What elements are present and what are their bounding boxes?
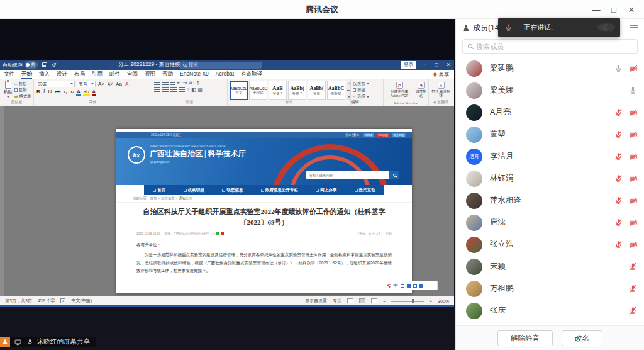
youdao-translate-button[interactable]: A文打开 有道翻译 bbox=[431, 81, 451, 100]
ime-mode-chinese[interactable]: 中 bbox=[393, 282, 398, 289]
align-right-icon[interactable] bbox=[170, 88, 177, 93]
create-pdf-button[interactable]: P创建并共享 Adobe PDF bbox=[386, 81, 413, 100]
paste-button[interactable]: 粘贴 bbox=[2, 81, 14, 100]
print-link[interactable]: 打印 bbox=[386, 232, 392, 235]
mic-muted-icon[interactable] bbox=[628, 306, 638, 315]
copy-button[interactable]: 复制 bbox=[14, 88, 32, 93]
print-layout-icon[interactable] bbox=[359, 298, 365, 303]
font-color-button[interactable]: A bbox=[92, 89, 96, 94]
word-tab-10[interactable]: 帮助 bbox=[162, 71, 173, 78]
ime-keyboard-icon[interactable] bbox=[413, 284, 417, 288]
wechat-icon[interactable] bbox=[216, 232, 219, 235]
rename-button[interactable]: 改名 bbox=[562, 330, 602, 346]
highlight-button[interactable]: ab bbox=[83, 89, 90, 94]
site-search-input[interactable] bbox=[306, 173, 389, 177]
focus-button[interactable]: 专注 bbox=[333, 298, 341, 304]
member-row[interactable]: 唐沈 bbox=[456, 212, 644, 234]
share-arrow-icon[interactable]: < bbox=[213, 232, 216, 235]
display-settings-button[interactable]: 显示器设置 bbox=[305, 298, 327, 304]
member-search-input[interactable] bbox=[476, 43, 632, 50]
cut-button[interactable]: ✂剪切 bbox=[14, 81, 32, 87]
page-indicator[interactable]: 第3页，共3页 bbox=[5, 298, 32, 304]
nav-item-政民互动[interactable]: 政民互动 bbox=[355, 188, 375, 193]
weibo-icon[interactable] bbox=[221, 232, 224, 235]
ime-toolbox-icon[interactable] bbox=[419, 284, 423, 288]
maximize-icon[interactable]: □ bbox=[605, 5, 623, 14]
request-signature-button[interactable]: ✎请求签名 bbox=[416, 81, 426, 100]
login-button[interactable]: 登录 bbox=[401, 61, 416, 69]
font-name-select[interactable]: 宋体 bbox=[36, 81, 75, 88]
mic-muted-icon[interactable] bbox=[614, 152, 623, 161]
underline-button[interactable]: U bbox=[47, 89, 52, 95]
word-close-icon[interactable]: ✕ bbox=[445, 62, 452, 68]
mic-muted-icon[interactable] bbox=[614, 196, 623, 205]
more-share-icon[interactable]: + bbox=[225, 232, 227, 235]
word-tab-11[interactable]: EndNote X9 bbox=[180, 71, 209, 78]
nav-item-网上办事[interactable]: 网上办事 bbox=[316, 188, 336, 193]
word-search-box[interactable]: 搜索 bbox=[180, 62, 262, 69]
autosave-toggle[interactable]: 自动保存 关 bbox=[3, 61, 38, 69]
sort-icon[interactable]: A↓ bbox=[189, 81, 194, 86]
language-indicator[interactable]: 中文(中国) bbox=[71, 298, 92, 304]
member-row[interactable]: 董堃 bbox=[456, 123, 644, 145]
pilcrow-icon[interactable]: ¶ bbox=[197, 81, 199, 86]
style-chip-标题 2[interactable]: AaBb(标题 2 bbox=[288, 81, 306, 100]
camera-off-icon[interactable] bbox=[628, 108, 638, 117]
bullets-icon[interactable] bbox=[154, 81, 160, 86]
member-row[interactable]: 萍水相逢 bbox=[456, 189, 644, 212]
word-tab-7[interactable]: 邮件 bbox=[109, 71, 120, 78]
document-canvas[interactable]: 2022年12月28日 星期三 简体 | 繁体 无障碍智能问答政务邮箱 bx G… bbox=[0, 106, 454, 296]
zoom-in-icon[interactable]: + bbox=[430, 299, 432, 303]
member-row[interactable]: 梁美娜 bbox=[456, 79, 644, 101]
word-tab-6[interactable]: 引用 bbox=[92, 71, 103, 78]
member-row[interactable]: 张立浩 bbox=[456, 234, 644, 256]
clear-format-button[interactable]: A bbox=[125, 81, 129, 88]
member-row[interactable]: 梁延鹏 bbox=[456, 57, 644, 79]
camera-off-icon[interactable] bbox=[628, 64, 638, 73]
mic-muted-icon[interactable] bbox=[614, 240, 623, 249]
zoom-level[interactable]: 300% bbox=[438, 299, 449, 303]
panel-menu-icon[interactable] bbox=[630, 25, 638, 31]
mic-muted-icon[interactable] bbox=[614, 218, 623, 227]
styles-scrollbar[interactable] bbox=[347, 81, 351, 100]
word-minimize-icon[interactable]: − bbox=[421, 62, 428, 68]
read-mode-icon[interactable] bbox=[347, 298, 353, 303]
multilevel-icon[interactable] bbox=[170, 81, 175, 86]
word-tab-12[interactable]: Acrobat bbox=[216, 71, 234, 78]
mic-muted-icon[interactable] bbox=[628, 262, 638, 271]
topbar-pill[interactable]: 无障碍 bbox=[363, 133, 374, 137]
word-tab-8[interactable]: 审阅 bbox=[127, 71, 138, 78]
camera-off-icon[interactable] bbox=[628, 130, 638, 139]
font-size-control[interactable]: 【字体：大 中 小】 bbox=[356, 232, 382, 235]
word-tab-1[interactable]: 文件 bbox=[4, 71, 14, 78]
camera-off-icon[interactable] bbox=[628, 174, 638, 183]
ime-punct-icon[interactable] bbox=[401, 284, 404, 288]
member-row[interactable]: 林钰涓 bbox=[456, 167, 644, 189]
mic-muted-icon[interactable] bbox=[614, 108, 623, 117]
indent-decrease-icon[interactable]: ⇤ bbox=[177, 81, 181, 86]
superscript-button[interactable]: x² bbox=[70, 89, 74, 94]
indent-increase-icon[interactable]: ⇥ bbox=[183, 81, 187, 86]
mic-muted-icon[interactable] bbox=[614, 174, 623, 183]
change-case-button[interactable]: Aa bbox=[115, 81, 123, 88]
nav-item-机构职能[interactable]: 机构职能 bbox=[184, 188, 204, 193]
grow-font-button[interactable]: A˄ bbox=[97, 81, 105, 88]
unmute-button[interactable]: 解除静音 bbox=[497, 330, 553, 346]
ime-mic-icon[interactable] bbox=[407, 284, 411, 288]
style-chip-无间隔[interactable]: AaBbCcD无间隔 bbox=[249, 81, 267, 100]
word-restore-icon[interactable]: □ bbox=[433, 62, 440, 68]
member-row[interactable]: 万祖鹏 bbox=[456, 278, 644, 300]
site-search-button[interactable] bbox=[389, 171, 399, 179]
mic-muted-icon[interactable] bbox=[614, 130, 623, 139]
member-row[interactable]: A月亮 bbox=[456, 101, 644, 123]
word-tab-4[interactable]: 设计 bbox=[57, 71, 67, 78]
mic-on-icon[interactable] bbox=[628, 86, 638, 95]
camera-off-icon[interactable] bbox=[628, 152, 638, 161]
subscript-button[interactable]: x₂ bbox=[63, 89, 68, 94]
mic-on-icon[interactable] bbox=[614, 64, 623, 73]
font-size-select[interactable]: 五号 bbox=[77, 81, 96, 88]
nav-item-动态信息[interactable]: 动态信息 bbox=[222, 188, 243, 193]
format-painter-button[interactable]: 格式刷 bbox=[14, 94, 32, 99]
zoom-slider-thumb[interactable] bbox=[412, 299, 414, 303]
sogou-input-bar[interactable]: S 中 bbox=[384, 281, 438, 290]
